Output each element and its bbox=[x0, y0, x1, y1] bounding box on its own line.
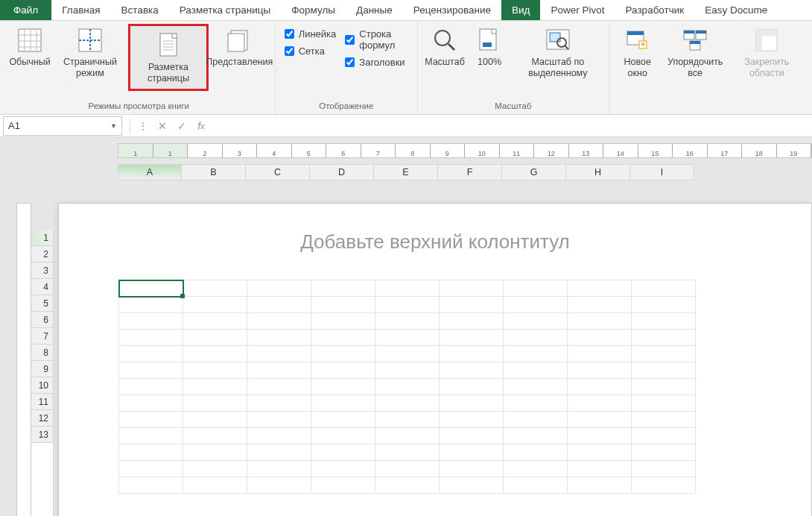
cell[interactable] bbox=[568, 477, 632, 494]
cell[interactable] bbox=[375, 395, 440, 412]
formulabar-checkbox[interactable]: Строка формул bbox=[345, 28, 408, 51]
cell[interactable] bbox=[311, 379, 375, 395]
cell[interactable] bbox=[311, 444, 375, 461]
cell[interactable] bbox=[632, 313, 696, 330]
cell[interactable] bbox=[183, 428, 247, 444]
cell[interactable] bbox=[440, 461, 504, 477]
cell[interactable] bbox=[504, 346, 568, 362]
cell[interactable] bbox=[311, 362, 375, 379]
cell[interactable] bbox=[568, 444, 632, 461]
cell[interactable] bbox=[632, 444, 696, 461]
cell[interactable] bbox=[311, 297, 375, 313]
new-window-button[interactable]: ✶ Новое окно bbox=[614, 24, 662, 79]
cell[interactable] bbox=[311, 461, 375, 477]
cell[interactable] bbox=[119, 346, 183, 362]
col-header[interactable]: C bbox=[246, 164, 310, 180]
chevron-down-icon[interactable]: ▼ bbox=[110, 122, 117, 130]
col-header[interactable]: A bbox=[118, 164, 182, 180]
ruler-checkbox[interactable]: Линейка bbox=[285, 28, 337, 40]
headings-checkbox[interactable]: Заголовки bbox=[345, 57, 408, 68]
cell[interactable] bbox=[119, 412, 183, 428]
name-box[interactable]: A1 ▼ bbox=[3, 116, 122, 136]
cell[interactable] bbox=[247, 297, 311, 313]
cell[interactable] bbox=[440, 379, 504, 395]
cell[interactable] bbox=[632, 280, 696, 297]
page-layout-view-button[interactable]: Разметка страницы bbox=[128, 24, 209, 91]
tab-page-layout[interactable]: Разметка страницы bbox=[169, 0, 281, 20]
cell[interactable] bbox=[632, 362, 696, 379]
cell[interactable] bbox=[568, 428, 632, 444]
cell[interactable] bbox=[247, 379, 311, 395]
cell[interactable] bbox=[311, 428, 375, 444]
cancel-icon[interactable]: ✕ bbox=[153, 116, 172, 136]
cell[interactable] bbox=[632, 461, 696, 477]
cell[interactable] bbox=[440, 444, 504, 461]
cell[interactable] bbox=[183, 297, 247, 313]
cell[interactable] bbox=[183, 280, 247, 297]
cell[interactable] bbox=[568, 362, 632, 379]
col-header[interactable]: H bbox=[566, 164, 630, 180]
col-header[interactable]: D bbox=[310, 164, 374, 180]
cell[interactable] bbox=[504, 280, 568, 297]
cell[interactable] bbox=[440, 477, 504, 494]
tab-review[interactable]: Рецензирование bbox=[403, 0, 501, 20]
cell[interactable] bbox=[440, 313, 504, 330]
cell[interactable] bbox=[568, 412, 632, 428]
cell[interactable] bbox=[504, 379, 568, 395]
cell[interactable] bbox=[311, 346, 375, 362]
cell[interactable] bbox=[440, 428, 504, 444]
cell[interactable] bbox=[375, 330, 440, 346]
cell[interactable] bbox=[504, 412, 568, 428]
cell[interactable] bbox=[568, 280, 632, 297]
cell[interactable] bbox=[311, 412, 375, 428]
cell[interactable] bbox=[375, 297, 440, 313]
cell[interactable] bbox=[183, 461, 247, 477]
cell[interactable] bbox=[247, 461, 311, 477]
arrange-all-button[interactable]: Упорядочить все bbox=[662, 24, 729, 79]
cell[interactable] bbox=[568, 461, 632, 477]
gridlines-checkbox[interactable]: Сетка bbox=[285, 45, 337, 57]
tab-easydoc[interactable]: Easy Docume bbox=[694, 0, 778, 20]
tab-view[interactable]: Вид bbox=[501, 0, 540, 20]
tab-data[interactable]: Данные bbox=[346, 0, 403, 20]
cell[interactable] bbox=[568, 330, 632, 346]
cell[interactable] bbox=[247, 313, 311, 330]
tab-file[interactable]: Файл bbox=[0, 0, 51, 20]
cell[interactable] bbox=[375, 362, 440, 379]
cell[interactable] bbox=[375, 428, 440, 444]
cell[interactable] bbox=[311, 395, 375, 412]
cell[interactable] bbox=[632, 330, 696, 346]
cell[interactable] bbox=[183, 412, 247, 428]
cell[interactable] bbox=[375, 461, 440, 477]
cell[interactable] bbox=[119, 477, 183, 494]
cell[interactable] bbox=[504, 477, 568, 494]
tab-home[interactable]: Главная bbox=[51, 0, 110, 20]
cell[interactable] bbox=[568, 379, 632, 395]
cell[interactable] bbox=[440, 297, 504, 313]
cell[interactable] bbox=[568, 313, 632, 330]
cell[interactable] bbox=[247, 346, 311, 362]
cell[interactable] bbox=[632, 379, 696, 395]
fx-icon[interactable]: fx bbox=[191, 116, 211, 136]
tab-formulas[interactable]: Формулы bbox=[281, 0, 346, 20]
cell[interactable] bbox=[504, 461, 568, 477]
cell[interactable] bbox=[119, 379, 183, 395]
cell-A1[interactable] bbox=[119, 280, 183, 297]
cell[interactable] bbox=[375, 379, 440, 395]
col-header[interactable]: I bbox=[630, 164, 694, 180]
cell[interactable] bbox=[504, 444, 568, 461]
cell[interactable] bbox=[632, 395, 696, 412]
cell[interactable] bbox=[504, 330, 568, 346]
cell[interactable] bbox=[183, 346, 247, 362]
cell[interactable] bbox=[375, 346, 440, 362]
cell[interactable] bbox=[440, 362, 504, 379]
tab-developer[interactable]: Разработчик bbox=[615, 0, 695, 20]
cell[interactable] bbox=[375, 280, 440, 297]
custom-views-button[interactable]: Представления bbox=[209, 24, 270, 68]
horizontal-ruler[interactable]: 1 1 2 3 4 5 6 7 8 9 10 11 12 13 14 15 16… bbox=[118, 143, 812, 158]
cell[interactable] bbox=[440, 412, 504, 428]
cell[interactable] bbox=[440, 346, 504, 362]
cell[interactable] bbox=[119, 395, 183, 412]
cell[interactable] bbox=[632, 477, 696, 494]
cell[interactable] bbox=[311, 313, 375, 330]
